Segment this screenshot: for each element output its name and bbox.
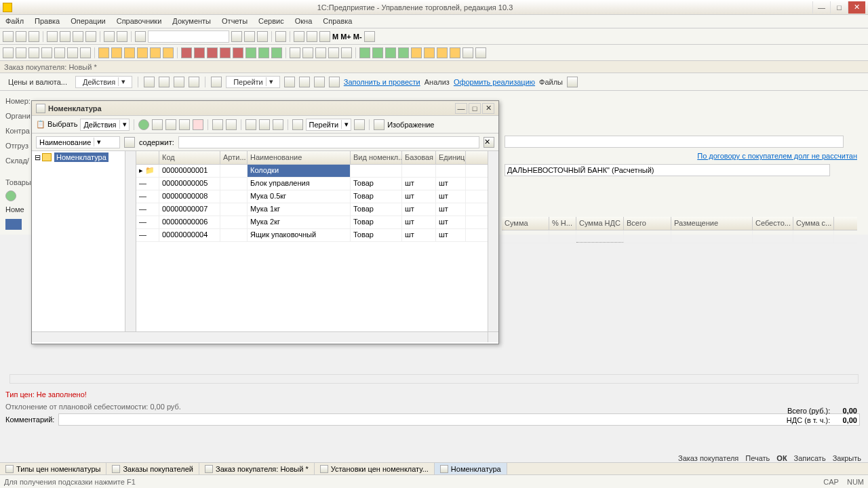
tool-o-icon[interactable] bbox=[194, 47, 205, 58]
copy-icon[interactable] bbox=[60, 31, 71, 42]
calc-icon[interactable] bbox=[294, 31, 304, 42]
realize-link[interactable]: Оформить реализацию bbox=[454, 78, 535, 86]
analysis-link[interactable]: Анализ bbox=[425, 78, 450, 86]
task-price-types[interactable]: Типы цен номенклатуры bbox=[0, 463, 106, 474]
tool-l-icon[interactable] bbox=[150, 47, 161, 58]
save-icon[interactable] bbox=[28, 31, 39, 42]
tool-n-icon[interactable] bbox=[181, 47, 192, 58]
new-icon[interactable] bbox=[3, 31, 14, 42]
settings-icon[interactable] bbox=[364, 31, 375, 42]
add-folder-icon[interactable] bbox=[152, 119, 163, 130]
tool-ab-icon[interactable] bbox=[372, 47, 383, 58]
prices-button[interactable]: Цены и валюта... bbox=[4, 77, 71, 87]
fill-link[interactable]: Заполнить и провести bbox=[344, 78, 420, 86]
tool-w-icon[interactable] bbox=[302, 47, 313, 58]
tool-j-icon[interactable] bbox=[124, 47, 135, 58]
mem-mminus[interactable]: М- bbox=[353, 33, 362, 41]
delete-icon[interactable] bbox=[193, 119, 203, 130]
cut-icon[interactable] bbox=[47, 31, 58, 42]
mem-m[interactable]: М bbox=[332, 33, 338, 41]
add-icon[interactable] bbox=[138, 119, 149, 130]
refresh-icon[interactable] bbox=[292, 119, 303, 130]
edit-icon[interactable] bbox=[179, 119, 190, 130]
tool-f-icon[interactable] bbox=[67, 47, 78, 58]
tool-ah-icon[interactable] bbox=[450, 47, 460, 58]
doc-tool-6-icon[interactable] bbox=[284, 77, 295, 87]
doc-tool-5-icon[interactable] bbox=[211, 77, 222, 87]
doc-tool-3-icon[interactable] bbox=[174, 77, 184, 87]
print-button[interactable]: Печать bbox=[745, 454, 770, 462]
tool-ag-icon[interactable] bbox=[437, 47, 448, 58]
doc-tool-8-icon[interactable] bbox=[314, 77, 325, 87]
doc-tool-2-icon[interactable] bbox=[159, 77, 170, 87]
help-icon[interactable] bbox=[275, 31, 286, 42]
tool-a-icon[interactable] bbox=[3, 47, 14, 58]
tool-ad-icon[interactable] bbox=[398, 47, 409, 58]
filter3-icon[interactable] bbox=[273, 119, 283, 130]
image-button[interactable]: Изображение bbox=[387, 121, 434, 129]
menu-windows[interactable]: Окна bbox=[290, 15, 318, 28]
add-row-icon[interactable] bbox=[5, 190, 16, 201]
col-base[interactable]: Базовая bbox=[402, 151, 436, 164]
close-button[interactable]: ✕ bbox=[848, 1, 865, 14]
grid-scrollbar[interactable] bbox=[488, 151, 498, 331]
col-icon[interactable] bbox=[136, 151, 159, 164]
filter-field-dropdown[interactable]: Наименование▾ bbox=[36, 136, 120, 148]
print-dialog-icon[interactable] bbox=[354, 119, 365, 130]
menu-service[interactable]: Сервис bbox=[253, 15, 290, 28]
hscroll-right[interactable] bbox=[488, 332, 498, 342]
task-price-settings[interactable]: Установки цен номенклату... bbox=[315, 463, 435, 474]
tree-icon[interactable] bbox=[319, 31, 330, 42]
filter-icon[interactable] bbox=[245, 119, 256, 130]
doc-tool-4-icon[interactable] bbox=[189, 77, 199, 87]
tool-aa-icon[interactable] bbox=[359, 47, 370, 58]
filter2-icon[interactable] bbox=[259, 119, 270, 130]
tool-q-icon[interactable] bbox=[220, 47, 231, 58]
calendar-icon[interactable] bbox=[307, 31, 317, 42]
comment-input[interactable] bbox=[58, 413, 860, 426]
menu-catalogs[interactable]: Справочники bbox=[111, 15, 167, 28]
tool-m-icon[interactable] bbox=[163, 47, 174, 58]
tool-d-icon[interactable] bbox=[41, 47, 52, 58]
report-icon[interactable] bbox=[374, 119, 384, 130]
doc-tool-10-icon[interactable] bbox=[567, 77, 578, 87]
table-row[interactable]: ▸ 📁00000000001Колодки bbox=[136, 165, 488, 178]
tool-ai-icon[interactable] bbox=[462, 47, 473, 58]
tool-t-icon[interactable] bbox=[258, 47, 269, 58]
bg-col-vat-sum[interactable]: Сумма НДС bbox=[576, 217, 624, 230]
tool-v-icon[interactable] bbox=[290, 47, 300, 58]
find-icon[interactable] bbox=[231, 31, 242, 42]
close-doc-button[interactable]: Закрыть bbox=[833, 454, 861, 462]
tool-u-icon[interactable] bbox=[271, 47, 282, 58]
table-row[interactable]: —00000000007Мука 1кгТоварштшт bbox=[136, 203, 488, 216]
table-row[interactable]: —00000000008Мука 0.5кгТоварштшт bbox=[136, 190, 488, 203]
mem-mplus[interactable]: М+ bbox=[340, 33, 351, 41]
bg-col-sum[interactable]: Сумма bbox=[502, 217, 549, 230]
back-icon[interactable] bbox=[104, 31, 115, 42]
select-button[interactable]: 📋 Выбрать bbox=[36, 120, 77, 129]
selected-cell[interactable] bbox=[5, 219, 22, 230]
col-name[interactable]: Наименование bbox=[248, 151, 351, 164]
document-tab[interactable]: Заказ покупателя: Новый * bbox=[0, 61, 868, 73]
tool-h-icon[interactable] bbox=[98, 47, 109, 58]
bg-col-vat-pct[interactable]: % Н... bbox=[549, 217, 576, 230]
bank-input[interactable] bbox=[505, 164, 830, 176]
dialog-minimize-button[interactable]: — bbox=[455, 103, 467, 114]
col-article[interactable]: Арти... bbox=[220, 151, 248, 164]
tree-root-item[interactable]: ⊟ Номенклатура bbox=[32, 151, 136, 163]
task-new-order[interactable]: Заказ покупателя: Новый * bbox=[199, 463, 315, 474]
doc-tool-9-icon[interactable] bbox=[329, 77, 340, 87]
tool-x-icon[interactable] bbox=[315, 47, 326, 58]
tool-r-icon[interactable] bbox=[233, 47, 243, 58]
menu-reports[interactable]: Отчеты bbox=[216, 15, 253, 28]
tool-aj-icon[interactable] bbox=[475, 47, 486, 58]
content-hscrollbar[interactable] bbox=[9, 374, 859, 384]
bg-col-sumc[interactable]: Сумма с... bbox=[793, 217, 834, 230]
tool-b-icon[interactable] bbox=[16, 47, 26, 58]
dialog-actions-dropdown[interactable]: Действия▾ bbox=[80, 119, 129, 131]
zoom-icon[interactable] bbox=[135, 31, 146, 42]
dialog-maximize-button[interactable]: □ bbox=[469, 103, 481, 114]
hierarchy-icon[interactable] bbox=[226, 119, 237, 130]
tool-s-icon[interactable] bbox=[245, 47, 256, 58]
table-row[interactable]: —00000000005Блок управленияТоварштшт bbox=[136, 178, 488, 190]
